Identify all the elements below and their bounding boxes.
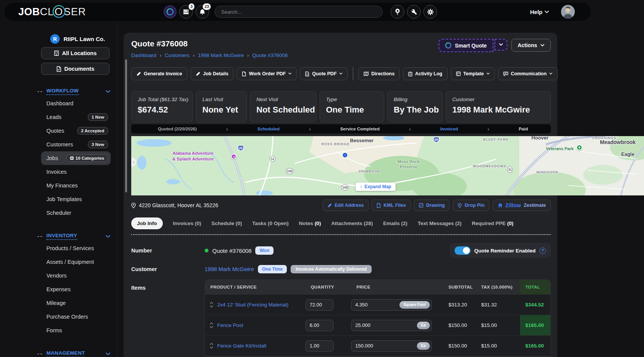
sidebar-item-mileage[interactable]: Mileage [41, 296, 111, 310]
recording-indicator-button[interactable] [163, 5, 177, 19]
queue-button[interactable]: 3 [179, 5, 193, 19]
ideas-button[interactable] [391, 5, 404, 19]
logo-ring-icon [52, 5, 66, 18]
search-input[interactable] [215, 6, 383, 18]
map[interactable]: Bessemer Hoover Meadowbrook Eagle ROSS B… [131, 136, 644, 195]
tab-schedule[interactable]: Schedule (0) [211, 221, 242, 226]
reorder-handle[interactable] [210, 302, 213, 308]
stage-scheduled[interactable]: Scheduled [258, 127, 280, 131]
sidebar-item-job-templates[interactable]: Job Templates [41, 192, 111, 206]
subtotal-value: $150.00 [443, 322, 476, 328]
sidebar-item-expenses[interactable]: Expenses [41, 282, 111, 296]
app-logo[interactable]: JOBCLOSER [18, 6, 86, 18]
help-tooltip-icon[interactable] [539, 248, 546, 254]
quote-reminder-toggle[interactable] [455, 246, 471, 255]
quote-number-value: Quote #376008 [212, 248, 251, 254]
quantity-input[interactable] [305, 299, 334, 311]
section-dash-icon [37, 236, 42, 237]
sidebar-item-dashboard[interactable]: Dashboard [41, 97, 111, 110]
actions-button[interactable]: Actions [511, 39, 551, 52]
breadcrumb-quote[interactable]: Quote #376008 [252, 52, 288, 58]
template-button[interactable]: Template [451, 67, 495, 80]
documents-button[interactable]: Documents [41, 63, 110, 75]
section-inventory[interactable]: INVENTORY [37, 233, 110, 240]
amusement-poi-icon[interactable] [231, 154, 237, 159]
smart-quote-button[interactable]: Smart Quote [439, 39, 493, 52]
notifications-count-badge: 23 [203, 3, 211, 10]
scrollbar-thumb[interactable] [125, 59, 127, 192]
section-management[interactable]: MANAGEMENT [37, 350, 110, 357]
quantity-input[interactable] [305, 340, 334, 352]
product-link[interactable]: 2x4 12' Stud (Fencing Material) [217, 302, 288, 308]
tab-job-info[interactable]: Job Info [131, 217, 163, 229]
toolbar: Generate Invoice Job Details Work Order … [131, 67, 551, 80]
section-dash-icon [37, 91, 42, 92]
sidebar-item-products-services[interactable]: Products / Services [41, 241, 111, 255]
drop-pin-button[interactable]: Drop Pin [453, 200, 489, 211]
sidebar-item-invoices[interactable]: Invoices [41, 165, 111, 179]
generate-invoice-button[interactable]: Generate Invoice [131, 67, 188, 80]
directions-button[interactable]: Directions [358, 67, 400, 80]
edit-address-button[interactable]: Edit Address [323, 200, 369, 211]
sidebar-item-purchase-orders[interactable]: Purchase Orders [41, 310, 111, 324]
product-link[interactable]: Fence Gate Kit/Install [217, 343, 266, 349]
all-locations-button[interactable]: All Locations [41, 47, 110, 59]
smart-quote-dropdown-button[interactable] [495, 39, 507, 51]
park-poi-icon[interactable] [576, 144, 582, 151]
tab-text-messages[interactable]: Text Messages (2) [418, 221, 461, 226]
api-keys-button[interactable] [407, 5, 421, 19]
svg-text:20: 20 [239, 146, 243, 150]
chevron-down-icon [549, 73, 552, 75]
tab-invoices[interactable]: Invoices (0) [173, 221, 201, 226]
activity-log-button[interactable]: Activity Log [403, 67, 448, 80]
stage-invoiced[interactable]: Invoiced [440, 127, 458, 131]
settings-button[interactable] [423, 5, 437, 19]
tab-emails[interactable]: Emails (2) [383, 221, 407, 226]
expand-map-button[interactable]: Expand Map [356, 182, 396, 191]
zillow-zestimate-button[interactable]: Zillow Zestimate [493, 200, 551, 211]
sidebar-item-leads[interactable]: Leads1 New [41, 110, 111, 124]
sidebar-item-forms[interactable]: Forms [41, 324, 111, 337]
work-order-pdf-button[interactable]: Work Order PDF [237, 67, 297, 80]
customer-link[interactable]: 1998 Mark McGwire [205, 266, 254, 272]
unit-badge[interactable]: Ea [417, 322, 430, 329]
communication-button[interactable]: Communication [498, 67, 558, 80]
breadcrumb-customer-name[interactable]: 1998 Mark McGwire [198, 52, 244, 58]
file-icon [242, 71, 246, 76]
sidebar-item-customers[interactable]: Customers3 New [41, 138, 111, 151]
quantity-input[interactable] [305, 320, 334, 331]
sidebar-item-vendors[interactable]: Vendors [41, 269, 111, 282]
tab-required-ppe[interactable]: Required PPE (0) [472, 221, 514, 226]
breadcrumb-customers[interactable]: Customers [165, 52, 189, 58]
sidebar-item-assets-equipment[interactable]: Assets / Equipment [41, 255, 111, 269]
unit-badge[interactable]: Ea [417, 342, 430, 350]
reorder-handle[interactable] [210, 322, 213, 328]
section-workflow[interactable]: WORKFLOW [37, 88, 110, 95]
kml-files-button[interactable]: KML Files [372, 200, 411, 211]
stat-job-total: Job Total ($61.32 Tax)$674.52 [131, 91, 193, 122]
drawing-button[interactable]: Drawing [414, 200, 450, 211]
product-link[interactable]: Fence Post [217, 322, 243, 328]
sidebar-item-my-finances[interactable]: My Finances [41, 179, 111, 192]
notifications-button[interactable]: 23 [196, 5, 209, 19]
sidebar-item-scheduler[interactable]: Scheduler [41, 206, 111, 220]
help-menu[interactable]: Help [530, 9, 549, 15]
one-time-badge: One Time [258, 265, 287, 273]
company-switcher[interactable]: R RIIPL Lawn Co. [50, 34, 117, 44]
header-quantity: QUANTITY [305, 285, 351, 289]
unit-badge[interactable]: Square Foot [399, 301, 430, 309]
user-avatar[interactable] [561, 5, 575, 19]
tab-tasks[interactable]: Tasks (0 Open) [252, 221, 289, 226]
sidebar-item-quotes[interactable]: Quotes2 Accepted [41, 124, 111, 138]
breadcrumb-dashboard[interactable]: Dashboard [131, 52, 156, 58]
company-name: RIIPL Lawn Co. [64, 36, 105, 42]
reorder-handle[interactable] [210, 343, 213, 349]
tab-notes[interactable]: Notes (0) [299, 221, 321, 226]
sidebar-item-jobs[interactable]: Jobs 10 Categories [41, 151, 111, 165]
job-location-marker[interactable] [343, 153, 347, 157]
quote-pdf-button[interactable]: Quote PDF [300, 67, 348, 80]
tab-attachments[interactable]: Attachments (28) [331, 221, 373, 226]
job-details-button[interactable]: Job Details [191, 67, 234, 80]
toolbar-separator [353, 67, 353, 80]
auto-delivered-badge: Invoices Automatically Delivered [291, 265, 372, 273]
